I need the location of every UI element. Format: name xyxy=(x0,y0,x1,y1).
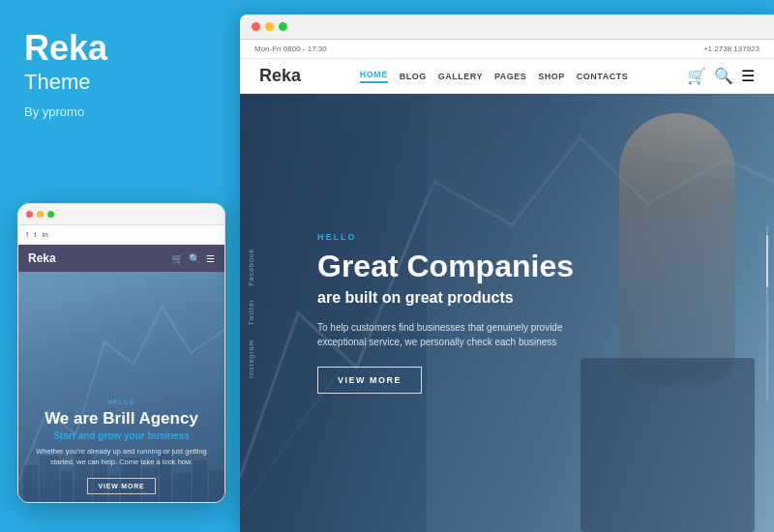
mobile-hero-desc: Whether you're already up and running or… xyxy=(30,447,213,467)
search-icon: 🔍 xyxy=(189,253,200,264)
desktop-title-bar xyxy=(240,15,774,40)
dot-red xyxy=(26,211,33,218)
desktop-nav-icons: 🛒 🔍 ☰ xyxy=(687,67,755,85)
mobile-nav-icons: 🛒 🔍 ☰ xyxy=(171,253,215,264)
desktop-nav-brand: Reka xyxy=(259,66,301,86)
desktop-hero-title: Great Companies xyxy=(317,250,735,283)
desktop-menu-icon[interactable]: ☰ xyxy=(741,67,755,85)
desktop-nav: Reka HOME BLOG GALLERY PAGES SHOP CONTAC… xyxy=(240,59,774,94)
desktop-mockup: Mon-Fri 0800 - 17:30 +1 2738 137923 Reka… xyxy=(240,15,774,532)
desktop-dot-yellow xyxy=(265,22,274,31)
mobile-mockup: f t in Reka 🛒 🔍 ☰ xyxy=(17,203,225,503)
info-bar-left: Mon-Fri 0800 - 17:30 xyxy=(254,44,327,53)
mobile-hero-title: We are Brill Agency xyxy=(30,409,213,429)
twitter-icon: t xyxy=(34,230,36,239)
sidebar-facebook: Facebook xyxy=(248,248,254,285)
brand-title: Reka xyxy=(24,29,216,68)
menu-icon: ☰ xyxy=(206,253,215,264)
mobile-social-bar: f t in xyxy=(18,225,224,245)
desktop-dot-green xyxy=(279,22,287,31)
nav-link-shop[interactable]: SHOP xyxy=(538,72,565,81)
mobile-nav-bar: Reka 🛒 🔍 ☰ xyxy=(18,245,224,272)
desktop-cart-icon[interactable]: 🛒 xyxy=(687,67,706,85)
dot-green xyxy=(47,211,54,218)
desktop-view-more-button[interactable]: VIEW MORE xyxy=(317,367,422,394)
facebook-icon: f xyxy=(26,230,28,239)
nav-link-contacts[interactable]: CONTACTS xyxy=(577,72,628,81)
desktop-search-icon[interactable]: 🔍 xyxy=(714,67,733,85)
nav-link-blog[interactable]: BLOG xyxy=(400,72,427,81)
business-hours: Mon-Fri 0800 - 17:30 xyxy=(254,44,327,53)
sidebar-twitter: Twitter xyxy=(248,299,254,326)
mobile-hero: HELLO We are Brill Agency Start and grow… xyxy=(18,272,224,503)
mobile-nav-brand: Reka xyxy=(28,251,56,265)
mobile-hero-subtitle: Start and grow your business xyxy=(30,430,213,441)
sidebar-instagram: Instagram xyxy=(248,340,254,378)
hero-sidebar: Facebook Twitter Instagram xyxy=(248,248,254,378)
desktop-hero-subtitle: are built on great products xyxy=(317,289,735,307)
nav-link-home[interactable]: HOME xyxy=(360,70,388,83)
desktop-hero: Facebook Twitter Instagram HELLO Great C… xyxy=(240,94,774,532)
cart-icon: 🛒 xyxy=(171,253,183,264)
mobile-title-bar xyxy=(18,204,224,225)
desktop-hello-label: HELLO xyxy=(317,232,735,242)
hero-scrollbar xyxy=(766,225,768,400)
mobile-view-more-button[interactable]: VIEW MORE xyxy=(87,478,155,494)
nav-link-gallery[interactable]: GALLERY xyxy=(438,72,483,81)
hero-scrollbar-thumb xyxy=(766,235,768,287)
dot-yellow xyxy=(37,211,44,218)
desktop-info-bar: Mon-Fri 0800 - 17:30 +1 2738 137923 xyxy=(240,40,774,59)
mobile-hello-label: HELLO xyxy=(30,399,213,405)
hero-content: HELLO Great Companies are built on great… xyxy=(279,232,735,394)
desktop-nav-links: HOME BLOG GALLERY PAGES SHOP CONTACTS xyxy=(360,70,628,83)
brand-author: By ypromo xyxy=(24,104,216,119)
nav-link-pages[interactable]: PAGES xyxy=(494,72,526,81)
desktop-dot-red xyxy=(252,22,260,31)
desktop-hero-desc: To help customers find businesses that g… xyxy=(317,320,588,349)
instagram-icon: in xyxy=(42,230,47,239)
phone-number: +1 2738 137923 xyxy=(703,44,759,53)
brand-subtitle: Theme xyxy=(24,70,216,95)
